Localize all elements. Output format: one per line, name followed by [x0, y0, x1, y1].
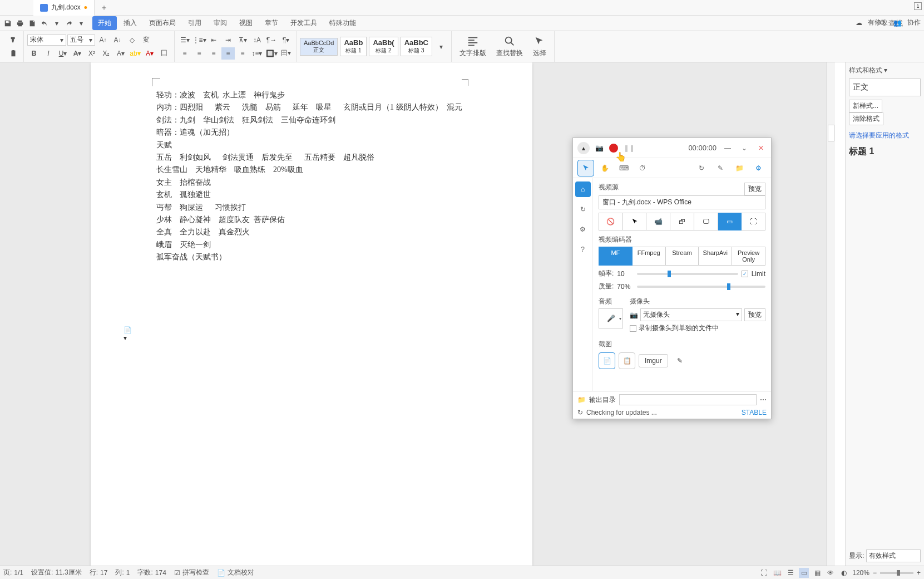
paste-button[interactable] — [7, 47, 20, 60]
encoder-sharpavi[interactable]: SharpAvi — [699, 247, 732, 266]
encoder-ffmpeg[interactable]: FFmpeg — [633, 247, 666, 266]
no-video-button[interactable]: 🚫 — [599, 213, 623, 230]
print-button[interactable] — [14, 18, 26, 29]
preview-button[interactable]: 预览 — [744, 183, 765, 195]
numbering-button[interactable]: ⋮≡▾ — [192, 34, 206, 46]
timer-tool[interactable]: ⏱ — [634, 160, 651, 176]
screenshot-save-button[interactable]: 📄 — [599, 352, 615, 369]
view-mode-button[interactable]: ◐ — [839, 568, 849, 578]
clear-format-button[interactable]: 清除格式 — [849, 112, 883, 125]
encoder-stream[interactable]: Stream — [666, 247, 699, 266]
styles-more-button[interactable]: ▾ — [434, 41, 448, 53]
close-button[interactable]: ✕ — [755, 143, 767, 154]
window-source-button[interactable]: 🗗 — [670, 213, 694, 230]
encoder-preview[interactable]: Preview Only — [732, 247, 765, 266]
find-replace-button[interactable]: 查找替换 — [492, 34, 527, 59]
audio-mic-button[interactable]: 🎤▾ — [599, 308, 623, 328]
settings-tab[interactable]: ⚙ — [575, 222, 591, 237]
ltr-button[interactable]: ¶→ — [265, 34, 278, 46]
history-tab[interactable]: ↻ — [575, 202, 591, 217]
view-read-button[interactable]: 📖 — [772, 568, 782, 578]
pause-button[interactable]: ❚❚ — [624, 144, 635, 152]
expand-button[interactable]: ⌄ — [739, 143, 750, 154]
sort-button[interactable]: ↕A — [250, 34, 264, 46]
fps-slider[interactable] — [637, 273, 738, 275]
refresh-button[interactable]: ↻ — [693, 160, 710, 176]
screenshot-clipboard-button[interactable]: 📋 — [619, 352, 635, 369]
align-center-button[interactable]: ≡ — [192, 47, 206, 60]
view-eye-button[interactable]: 👁 — [826, 568, 836, 578]
document-tab[interactable]: 九剑.docx • — [33, 0, 95, 16]
zoom-value[interactable]: 120% — [852, 569, 869, 577]
bold-button[interactable]: B — [27, 47, 41, 60]
underline-button[interactable]: U▾ — [56, 47, 70, 60]
decrease-font-button[interactable]: A↓ — [111, 34, 124, 46]
camera-icon[interactable]: 📷 — [595, 144, 604, 152]
borders-button[interactable]: 田▾ — [279, 47, 293, 60]
help-tab[interactable]: ? — [575, 242, 591, 257]
screen-source-button[interactable]: 🖵 — [694, 213, 718, 230]
ribbon-tab-start[interactable]: 开始 — [92, 16, 117, 30]
insert-float-button[interactable]: 📄▾ — [123, 330, 132, 338]
has-changes-button[interactable]: 有修改 — [868, 18, 888, 27]
fullscreen-source-button[interactable]: ⛶ — [742, 213, 765, 230]
recorder-titlebar[interactable]: ▴ 📷 ❚❚ 00:00:00 — ⌄ ✕ — [573, 138, 771, 158]
proof-button[interactable]: 📄 文档校对 — [217, 568, 254, 577]
char-border-button[interactable]: 囗 — [157, 47, 171, 60]
new-style-button[interactable]: 新样式... — [849, 100, 882, 112]
style-heading1[interactable]: AaBb标题 1 — [340, 37, 367, 56]
view-page-button[interactable]: ▭ — [799, 568, 809, 578]
separate-file-checkbox[interactable] — [630, 325, 636, 332]
ribbon-tab-layout[interactable]: 页面布局 — [144, 16, 181, 30]
increase-font-button[interactable]: A↑ — [96, 34, 110, 46]
redo-dropdown[interactable]: ▾ — [76, 18, 87, 29]
hand-tool[interactable]: ✋ — [596, 160, 613, 176]
ribbon-tab-section[interactable]: 章节 — [259, 16, 284, 30]
zoom-out-button[interactable]: − — [873, 569, 877, 577]
undo-button[interactable] — [39, 18, 50, 29]
clear-format-button[interactable]: ◇ — [125, 34, 139, 46]
font-color-button[interactable]: A▾ — [143, 47, 156, 60]
pen-tool[interactable]: ✎ — [712, 160, 729, 176]
text-effect-button[interactable]: A▾ — [114, 47, 127, 60]
encoder-mf[interactable]: MF — [599, 247, 633, 266]
style-list-cutoff[interactable]: 标题 1 — [849, 146, 921, 156]
folder-button[interactable]: 📁 — [731, 160, 748, 176]
scrollbar-handle[interactable] — [828, 125, 834, 141]
show-select[interactable]: 有效样式 — [866, 549, 921, 562]
view-outline-button[interactable]: ☰ — [785, 568, 795, 578]
screenshot-edit-button[interactable]: ✎ — [671, 352, 688, 369]
minimize-button[interactable]: — — [722, 143, 733, 154]
print-preview-button[interactable] — [27, 18, 38, 29]
text-layout-button[interactable]: 文字排版 — [455, 34, 491, 59]
font-size-select[interactable]: 五号▾ — [67, 35, 95, 46]
cursor-source-button[interactable] — [623, 213, 647, 230]
home-tab[interactable]: ⌂ — [575, 181, 591, 197]
superscript-button[interactable]: X² — [85, 47, 98, 60]
ribbon-tab-reference[interactable]: 引用 — [182, 16, 207, 30]
source-field[interactable]: 窗口 - 九剑.docx - WPS Office — [599, 195, 765, 209]
decrease-indent-button[interactable]: ⇤ — [207, 34, 220, 46]
phonetic-button[interactable]: 変 — [140, 34, 153, 46]
output-more-button[interactable]: ⋯ — [760, 396, 767, 404]
page[interactable]: 轻功：凌波 玄机 水上漂 神行鬼步 内功：四烈阳 紫云 洗髓 易筋 延年 吸星 … — [91, 62, 532, 566]
stable-badge[interactable]: STABLE — [742, 409, 767, 416]
align-justify-button[interactable]: ≡ — [221, 47, 235, 60]
add-tab-button[interactable]: ＋ — [95, 3, 113, 13]
status-words[interactable]: 字数: 174 — [137, 568, 166, 577]
align-left-button[interactable]: ≡ — [178, 47, 191, 60]
region-source-button[interactable]: ▭ — [718, 213, 742, 230]
fullscreen-button[interactable]: ⛶ — [759, 568, 769, 578]
imgur-button[interactable]: Imgur — [639, 354, 668, 367]
settings-button[interactable]: ⚙ — [750, 160, 767, 176]
shading-button[interactable]: 🔲▾ — [265, 47, 278, 60]
style-heading3[interactable]: AaBbC标题 3 — [401, 37, 432, 56]
font-family-select[interactable]: 宋体▾ — [27, 35, 66, 46]
quality-slider[interactable] — [637, 286, 765, 288]
bullets-button[interactable]: ☰▾ — [178, 34, 191, 46]
ribbon-tab-insert[interactable]: 插入 — [118, 16, 142, 30]
current-style[interactable]: 正文 — [849, 78, 921, 96]
italic-button[interactable]: I — [42, 47, 55, 60]
webcam-source-button[interactable]: 📹 — [646, 213, 670, 230]
ribbon-tab-review[interactable]: 审阅 — [208, 16, 233, 30]
